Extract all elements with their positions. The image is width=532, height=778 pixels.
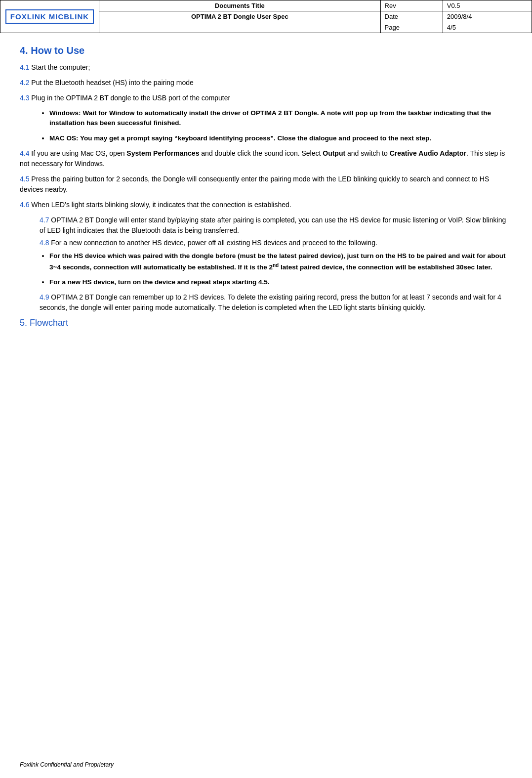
subsection-49: 4.9 OPTIMA 2 BT Dongle can remember up t… — [40, 292, 512, 313]
doc-title-value: OPTIMA 2 BT Dongle User Spec — [99, 11, 381, 22]
text-41-content: Start the computer; — [31, 63, 90, 71]
num-42: 4.2 — [20, 79, 29, 86]
doc-title-label: Documents Title — [99, 0, 381, 11]
rev-label: Rev — [380, 0, 443, 11]
subsection-46: 4.6 When LED’s light starts blinking slo… — [20, 200, 512, 210]
section4-heading: 4. How to Use — [20, 45, 512, 56]
logo-cell: FOXLINK MICBLINK — [0, 0, 99, 33]
bullet-43-1: MAC OS: You may get a prompt saying “key… — [49, 133, 512, 143]
rev-value: V0.5 — [443, 0, 532, 11]
text-45-content: Press the pairing button for 2 seconds, … — [20, 175, 489, 193]
text-47-content: OPTIMA 2 BT Dongle will enter stand by/p… — [40, 216, 506, 234]
bullet-43-0: Windows: Wait for Window to automaticall… — [49, 108, 512, 129]
num-48: 4.8 — [40, 239, 49, 247]
subsection-43: 4.3 Plug in the OPTIMA 2 BT dongle to th… — [20, 93, 512, 103]
bullet-43-1-label: MAC OS: — [49, 134, 79, 142]
logo-text: FOXLINK MICBLINK — [5, 9, 94, 24]
num-43: 4.3 — [20, 94, 29, 102]
text-44-bold1: System Performances — [126, 149, 199, 157]
text-43-content: Plug in the OPTIMA 2 BT dongle to the US… — [31, 94, 230, 102]
num-45: 4.5 — [20, 175, 29, 183]
main-content: 4. How to Use 4.1 Start the computer; 4.… — [0, 33, 532, 348]
bullet-43-0-text: Wait for Window to automatically install… — [49, 109, 491, 127]
subsection-41: 4.1 Start the computer; — [20, 62, 512, 73]
date-value: 2009/8/4 — [443, 11, 532, 22]
text-49-content: OPTIMA 2 BT Dongle can remember up to 2 … — [40, 293, 501, 311]
bullet-48-0-text: For the HS device which was paired with … — [49, 252, 505, 271]
num-47: 4.7 — [40, 216, 49, 224]
bullet-48-1-text: For a new HS device, turn on the device … — [49, 278, 270, 286]
bullet-43-1-text: You may get a prompt saying “keyboard id… — [80, 134, 431, 142]
bullet-43-0-label: Windows: — [49, 109, 81, 117]
section5-heading: 5. Flowchart — [20, 318, 512, 328]
text-44-bold2: Output — [323, 149, 345, 157]
subsection-45: 4.5 Press the pairing button for 2 secon… — [20, 174, 512, 195]
text-44-bold3: Creative Audio Adaptor — [390, 149, 466, 157]
date-label: Date — [380, 11, 443, 22]
bullet-48-1: For a new HS device, turn on the device … — [49, 277, 512, 287]
num-49: 4.9 — [40, 293, 49, 301]
bullets-43: Windows: Wait for Window to automaticall… — [49, 108, 512, 143]
num-41: 4.1 — [20, 63, 29, 71]
text-48-content: For a new connection to another HS devic… — [51, 239, 377, 247]
header-table: FOXLINK MICBLINK Documents Title Rev V0.… — [0, 0, 532, 33]
bullets-48: For the HS device which was paired with … — [49, 251, 512, 287]
text-42-content: Put the Bluetooth headset (HS) into the … — [31, 79, 193, 86]
subsection-47: 4.7 OPTIMA 2 BT Dongle will enter stand … — [40, 215, 512, 236]
bullet-48-0: For the HS device which was paired with … — [49, 251, 512, 272]
num-44: 4.4 — [20, 149, 29, 157]
num-46: 4.6 — [20, 201, 29, 209]
text-44-mid2: and switch to — [345, 149, 390, 157]
subsection-48: 4.8 For a new connection to another HS d… — [40, 238, 512, 248]
text-46-content: When LED’s light starts blinking slowly,… — [31, 201, 291, 209]
text-44-mid: and double click the sound icon. Select — [199, 149, 323, 157]
doc-title-empty — [99, 22, 381, 33]
footer-text: Foxlink Confidential and Proprietary — [20, 761, 114, 768]
page-value: 4/5 — [443, 22, 532, 33]
subsection-42: 4.2 Put the Bluetooth headset (HS) into … — [20, 78, 512, 88]
text-44-before: If you are using Mac OS, open — [31, 149, 126, 157]
subsection-44: 4.4 If you are using Mac OS, open System… — [20, 148, 512, 169]
page-label: Page — [380, 22, 443, 33]
